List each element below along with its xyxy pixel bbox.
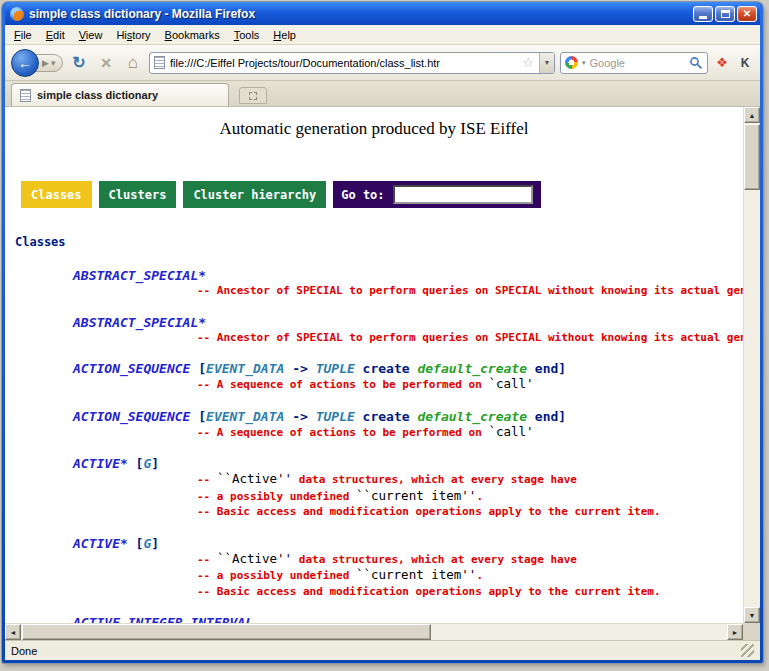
menu-item-history[interactable]: History [109,26,157,44]
addon-icon-k[interactable]: K [736,56,754,70]
feature-link[interactable]: default_create [417,361,527,376]
class-entry-comment: -- a possibly undefined ``current item''… [197,567,743,584]
scroll-down-button[interactable]: ▼ [744,607,760,623]
class-entry-title: ACTIVE* [G] [73,456,743,471]
class-entry-title: ABSTRACT_SPECIAL* [73,268,743,283]
scroll-up-button[interactable]: ▲ [744,107,760,123]
bookmark-star-icon[interactable]: ☆ [522,55,534,70]
maximize-button[interactable] [715,6,735,22]
class-link[interactable]: ABSTRACT_SPECIAL* [73,315,206,330]
google-logo-icon [565,56,578,69]
class-link[interactable]: ACTIVE* [73,456,128,471]
class-entry-title: ACTIVE_INTEGER_INTERVAL [73,615,743,623]
menu-item-tools[interactable]: Tools [227,26,267,44]
new-tab-button[interactable] [239,87,267,104]
menu-item-bookmarks[interactable]: Bookmarks [158,26,227,44]
address-dropdown-button[interactable]: ▼ [539,53,554,73]
class-link[interactable]: ACTION_SEQUENCE [73,361,190,376]
minimize-button[interactable] [693,6,713,22]
new-tab-icon [249,92,257,100]
class-entry-comment: -- A sequence of actions to be performed… [197,376,743,393]
section-title-classes: Classes [15,235,743,249]
resize-grip[interactable] [741,644,754,657]
class-entry-comment: -- A sequence of actions to be performed… [197,424,743,441]
scrollbar-corner [743,623,760,640]
page-viewport: Automatic generation produced by ISE Eif… [5,107,743,623]
home-button[interactable]: ⌂ [122,54,144,71]
class-entry: ABSTRACT_SPECIAL*-- Ancestor of SPECIAL … [73,268,743,299]
class-ref-link[interactable]: TUPLE [316,409,355,424]
horizontal-scrollbar[interactable]: ◄ ► [5,623,743,640]
address-bar[interactable]: file:///C:/Eiffel Projects/tour/Document… [149,52,555,74]
back-forward-cluster: ← ▶ ▾ [11,49,63,77]
class-entry-title: ACTIVE* [G] [73,536,743,551]
menu-item-help[interactable]: Help [266,26,303,44]
comment-text: -- [197,473,217,486]
content-area: Automatic generation produced by ISE Eif… [5,107,760,623]
punctuation: ] [558,409,566,424]
vertical-scroll-thumb[interactable] [744,124,760,190]
class-entry-title: ACTION_SEQUENCE [EVENT_DATA -> TUPLE cre… [73,409,743,424]
menu-item-edit[interactable]: Edit [39,26,72,44]
firefox-icon [10,7,24,21]
comment-text: data structures, which at every stage ha… [292,553,577,566]
page-button-clusters[interactable]: Clusters [99,181,177,208]
search-magnifier-icon[interactable] [689,56,703,70]
stop-button[interactable]: ✕ [95,56,117,70]
class-entry-comment: -- ``Active'' data structures, which at … [197,471,743,488]
class-link[interactable]: ACTIVE_INTEGER_INTERVAL [73,615,253,623]
punctuation: ] [151,536,159,551]
class-entry: ACTIVE_INTEGER_INTERVAL [73,615,743,623]
page-button-classes[interactable]: Classes [21,181,92,208]
menu-bar: FileEditViewHistoryBookmarksToolsHelp [5,25,760,45]
class-entry-comment: -- Basic access and modification operati… [197,504,743,520]
close-button[interactable]: ✕ [737,6,757,22]
tab-favicon [20,89,31,102]
addon-icon-red[interactable]: ❖ [713,55,731,70]
address-url[interactable]: file:///C:/Eiffel Projects/tour/Document… [170,57,517,69]
class-link[interactable]: ACTIVE* [73,536,128,551]
class-link[interactable]: ABSTRACT_SPECIAL* [73,268,206,283]
scroll-left-button[interactable]: ◄ [5,624,21,640]
horizontal-scroll-track[interactable] [21,624,727,640]
page-button-cluster-hierarchy[interactable]: Cluster hierarchy [183,181,326,208]
tab-simple-class-dictionary[interactable]: simple class dictionary [11,83,229,106]
maximize-icon [721,10,730,18]
class-entry-title: ABSTRACT_SPECIAL* [73,315,743,330]
search-input[interactable]: Google [590,57,685,69]
punctuation: [ [128,456,144,471]
menu-item-view[interactable]: View [72,26,110,44]
class-ref-link[interactable]: EVENT_DATA [206,409,284,424]
code-literal: ``current item'' [356,488,476,503]
class-ref-link[interactable]: EVENT_DATA [206,361,284,376]
window-controls: ✕ [693,6,757,22]
class-ref-link[interactable]: TUPLE [316,361,355,376]
comment-text: -- Basic access and modification operati… [197,585,661,598]
class-entry-comment: -- Ancestor of SPECIAL to perform querie… [197,330,743,346]
comment-text: -- Ancestor of SPECIAL to perform querie… [197,284,743,297]
vertical-scroll-track[interactable] [744,123,760,607]
search-engine-dropdown-icon[interactable]: ▾ [582,59,586,67]
feature-link[interactable]: default_create [417,409,527,424]
horizontal-scroll-thumb[interactable] [22,624,431,640]
page-favicon [154,56,165,69]
minimize-icon [699,16,707,19]
horizontal-scrollbar-row: ◄ ► [5,623,760,640]
status-text: Done [11,645,741,657]
reload-button[interactable]: ↻ [68,55,90,71]
comment-text: -- Basic access and modification operati… [197,505,661,518]
comment-text: . [476,569,483,582]
punctuation: [ [190,409,206,424]
menu-item-file[interactable]: File [7,26,39,44]
class-link[interactable]: ACTION_SEQUENCE [73,409,190,424]
keyword: end [527,409,558,424]
back-button[interactable]: ← [11,49,39,77]
comment-text: data structures, which at every stage ha… [292,473,577,486]
class-entry: ACTION_SEQUENCE [EVENT_DATA -> TUPLE cre… [73,361,743,393]
goto-input[interactable] [393,185,533,204]
search-box[interactable]: ▾ Google [560,52,708,74]
vertical-scrollbar[interactable]: ▲ ▼ [743,107,760,623]
scroll-right-button[interactable]: ► [727,624,743,640]
comment-text: -- A sequence of actions to be performed… [197,378,488,391]
goto-label: Go to: [341,188,384,202]
